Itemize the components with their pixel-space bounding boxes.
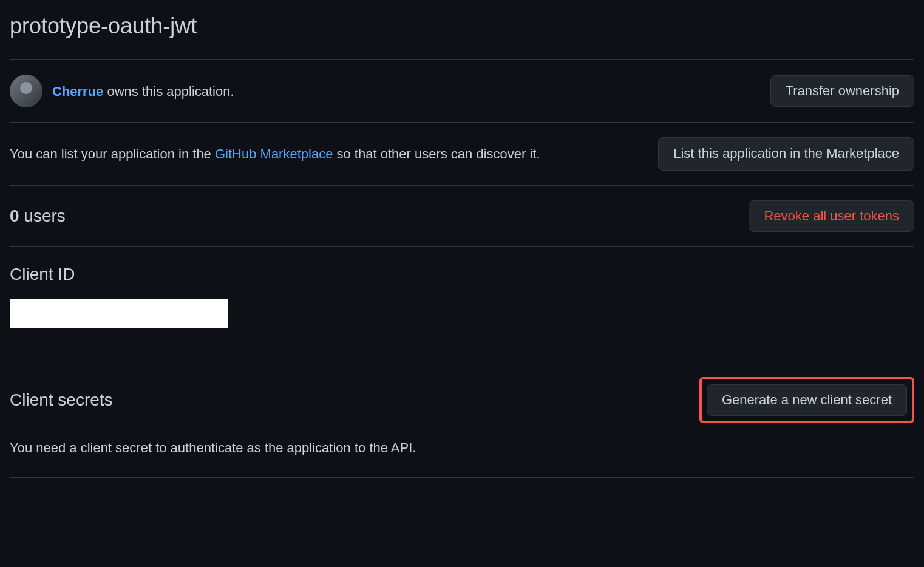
users-count-number: 0: [10, 206, 19, 225]
marketplace-section: You can list your application in the Git…: [10, 123, 914, 185]
list-marketplace-button[interactable]: List this application in the Marketplace: [658, 137, 914, 171]
owner-text: Cherrue owns this application.: [52, 81, 234, 101]
users-count: 0 users: [10, 203, 66, 229]
owner-suffix: owns this application.: [103, 84, 234, 99]
owner-info: Cherrue owns this application.: [10, 75, 756, 107]
users-count-label: users: [19, 206, 66, 225]
users-section: 0 users Revoke all user tokens: [10, 186, 914, 246]
client-id-heading: Client ID: [10, 262, 914, 287]
client-secrets-header: Client secrets Generate a new client sec…: [10, 377, 914, 423]
owner-link[interactable]: Cherrue: [52, 84, 103, 99]
client-secrets-description: You need a client secret to authenticate…: [10, 438, 914, 458]
marketplace-text-suffix: so that other users can discover it.: [333, 146, 540, 161]
divider: [10, 477, 914, 478]
client-id-value: [10, 299, 228, 328]
transfer-ownership-button[interactable]: Transfer ownership: [770, 75, 914, 107]
marketplace-text: You can list your application in the Git…: [10, 144, 644, 164]
marketplace-link[interactable]: GitHub Marketplace: [215, 146, 333, 161]
generate-secret-button[interactable]: Generate a new client secret: [707, 384, 907, 416]
client-id-section: Client ID: [10, 247, 914, 362]
owner-avatar[interactable]: [10, 75, 42, 107]
page-title: prototype-oauth-jwt: [10, 10, 914, 42]
generate-secret-highlight: Generate a new client secret: [699, 377, 914, 423]
owner-section: Cherrue owns this application. Transfer …: [10, 60, 914, 122]
marketplace-text-prefix: You can list your application in the: [10, 146, 215, 161]
client-secrets-heading: Client secrets: [10, 387, 113, 413]
revoke-tokens-button[interactable]: Revoke all user tokens: [749, 200, 914, 232]
client-secrets-section: Client secrets Generate a new client sec…: [10, 362, 914, 477]
